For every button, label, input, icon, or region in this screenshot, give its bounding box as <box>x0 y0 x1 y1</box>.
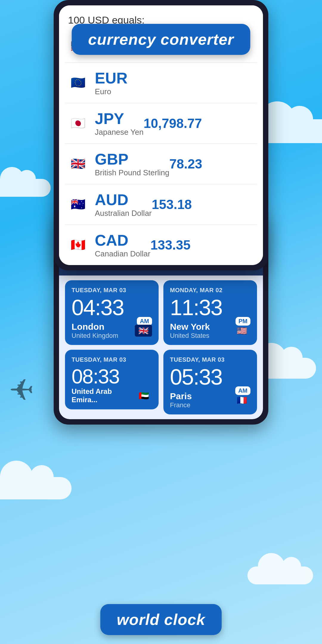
currency-code-jpy: JPY <box>95 110 124 127</box>
currency-list: 🇺🇸 USD 100 🇪🇺 EUR Euro 🇯🇵 JPY <box>59 29 263 265</box>
clock-city-paris: Paris <box>170 391 192 401</box>
cloud-decoration-5 <box>247 566 313 584</box>
clock-card-london[interactable]: TUESDAY, MAR 03 04:33 AM London United K… <box>65 280 159 345</box>
currency-converter-label-box: currency converter <box>72 24 250 55</box>
clock-time-london: 04:33 <box>72 297 152 319</box>
airplane-decoration: ✈ <box>9 373 34 408</box>
currency-name-gbp: British Pound Sterling <box>95 168 169 177</box>
clock-city-uae: United Arab Emira... <box>72 387 112 404</box>
clock-country-paris: France <box>170 401 192 409</box>
clock-grid: TUESDAY, MAR 03 04:33 AM London United K… <box>59 275 263 419</box>
currency-name-aud: Australian Dollar <box>95 209 152 218</box>
clock-date-london: TUESDAY, MAR 03 <box>72 287 152 294</box>
cloud-decoration-4 <box>0 477 72 499</box>
currency-code-eur: EUR <box>95 69 128 87</box>
currency-name-cad: Canadian Dollar <box>95 249 150 258</box>
world-clock-label: world clock <box>117 611 205 628</box>
flag-aud: 🇦🇺 <box>68 194 88 215</box>
world-clock-label-box: world clock <box>100 604 222 635</box>
currency-code-gbp: GBP <box>95 151 129 168</box>
currency-row-aud[interactable]: 🇦🇺 AUD Australian Dollar 153.18 <box>65 184 257 225</box>
currency-row-gbp[interactable]: 🇬🇧 GBP British Pound Sterling 78.23 <box>65 144 257 184</box>
currency-code-cad: CAD <box>95 232 129 249</box>
clock-location-london: London United Kingdom <box>72 322 118 340</box>
currency-name-eur: Euro <box>95 87 128 96</box>
clock-location-uae: United Arab Emira... <box>72 387 136 404</box>
clock-date-newyork: MONDAY, MAR 02 <box>170 287 250 294</box>
flag-cad: 🇨🇦 <box>68 235 88 255</box>
clock-city-london: London <box>72 322 104 332</box>
cloud-decoration-2 <box>0 179 51 197</box>
flag-badge-paris <box>233 394 250 406</box>
clock-time-uae: 08:33 <box>72 366 152 386</box>
ampm-badge-newyork: PM <box>236 317 250 326</box>
currency-row-eur[interactable]: 🇪🇺 EUR Euro <box>65 63 257 103</box>
flag-badge-uae <box>136 390 152 402</box>
clock-card-newyork[interactable]: MONDAY, MAR 02 11:33 PM New York United … <box>163 280 257 345</box>
clock-country-newyork: United States <box>170 332 210 340</box>
flag-jpy: 🇯🇵 <box>68 113 88 134</box>
currency-code-aud: AUD <box>95 191 129 208</box>
currency-row-jpy[interactable]: 🇯🇵 JPY Japanese Yen 10,798.77 <box>65 103 257 144</box>
clock-date-uae: TUESDAY, MAR 03 <box>72 356 152 363</box>
currency-name-jpy: Japanese Yen <box>95 128 143 137</box>
currency-converter-label: currency converter <box>88 31 234 48</box>
clock-location-paris: Paris France <box>170 391 192 409</box>
clock-city-newyork: New York <box>170 322 210 332</box>
ampm-badge-london: AM <box>137 317 152 326</box>
flag-gbp: 🇬🇧 <box>68 154 88 174</box>
currency-info-eur: EUR Euro <box>95 69 128 96</box>
clock-country-london: United Kingdom <box>72 332 118 340</box>
currency-amount-gbp: 78.23 <box>169 157 202 171</box>
flag-eur: 🇪🇺 <box>68 73 88 93</box>
ampm-badge-paris: AM <box>235 386 250 395</box>
currency-amount-cad: 133.35 <box>150 238 191 253</box>
clock-card-paris[interactable]: TUESDAY, MAR 03 05:33 AM Paris France <box>163 350 257 414</box>
currency-info-jpy: JPY Japanese Yen <box>95 110 143 137</box>
currency-info-gbp: GBP British Pound Sterling <box>95 150 169 177</box>
currency-info-cad: CAD Canadian Dollar <box>95 231 150 258</box>
clock-date-paris: TUESDAY, MAR 03 <box>170 356 250 363</box>
currency-amount-aud: 153.18 <box>152 197 192 212</box>
flag-badge-london <box>135 325 152 337</box>
currency-info-aud: AUD Australian Dollar <box>95 191 152 218</box>
clock-city-row-uae: United Arab Emira... <box>72 387 152 404</box>
clock-card-uae[interactable]: TUESDAY, MAR 03 08:33 United Arab Emira.… <box>65 350 159 409</box>
clock-time-newyork: 11:33 <box>170 297 250 319</box>
flag-badge-newyork <box>233 325 250 337</box>
clock-location-newyork: New York United States <box>170 322 210 340</box>
clock-time-paris: 05:33 <box>170 366 250 388</box>
currency-amount-jpy: 10,798.77 <box>143 116 202 131</box>
currency-row-cad[interactable]: 🇨🇦 CAD Canadian Dollar 133.35 <box>65 225 257 265</box>
